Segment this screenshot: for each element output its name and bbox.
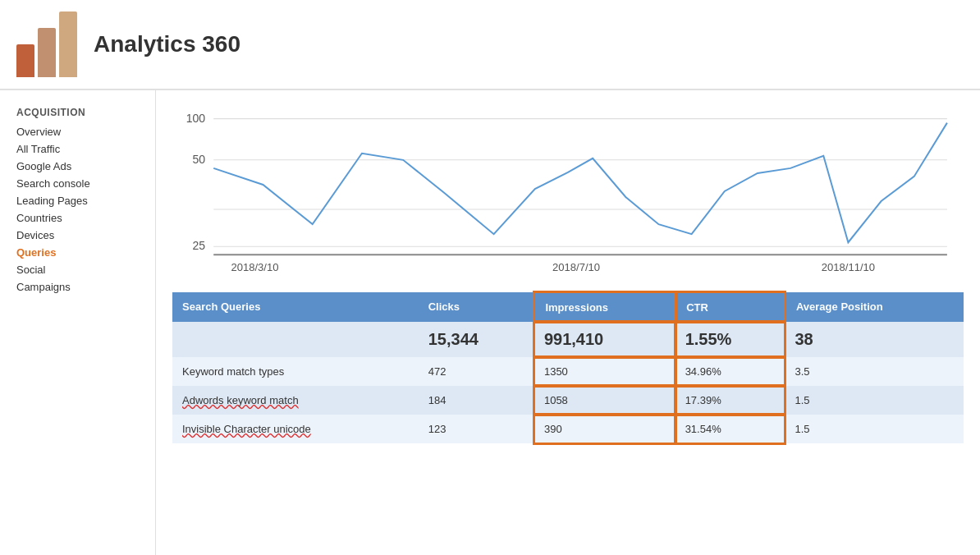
- line-chart: 100 50 25 2018/3/10 2018/7/10 2018/11/10: [172, 99, 964, 287]
- app-title: Analytics 360: [94, 31, 240, 57]
- summary-query: [172, 322, 419, 357]
- cell-query: Adwords keyword match: [172, 386, 419, 415]
- logo-bar: [16, 44, 34, 77]
- table-row: Adwords keyword match184105817.39%1.5: [172, 386, 964, 415]
- svg-text:2018/11/10: 2018/11/10: [822, 261, 875, 273]
- data-table: Search QueriesClicksImpressionsCTRAverag…: [172, 291, 964, 443]
- summary-clicks: 15,344: [419, 322, 534, 357]
- cell-avg_position: 3.5: [785, 357, 964, 386]
- cell-impressions: 1058: [534, 386, 675, 415]
- header: Analytics 360: [0, 0, 980, 90]
- summary-row: 15,344991,4101.55%38: [172, 322, 964, 357]
- sidebar-item-overview[interactable]: Overview: [16, 123, 147, 140]
- sidebar-item-devices[interactable]: Devices: [16, 227, 147, 244]
- sidebar: ACQUISITION OverviewAll TrafficGoogle Ad…: [0, 90, 156, 555]
- cell-clicks: 184: [419, 386, 534, 415]
- cell-query: Keyword match types: [172, 357, 419, 386]
- svg-text:50: 50: [193, 153, 206, 166]
- sidebar-item-leading-pages[interactable]: Leading Pages: [16, 192, 147, 209]
- cell-ctr: 31.54%: [675, 415, 785, 443]
- sidebar-items: OverviewAll TrafficGoogle AdsSearch cons…: [16, 123, 147, 296]
- sidebar-item-all-traffic[interactable]: All Traffic: [16, 140, 147, 158]
- col-header-clicks: Clicks: [419, 292, 534, 323]
- sidebar-section: ACQUISITION: [16, 107, 147, 118]
- svg-text:25: 25: [193, 239, 206, 252]
- col-header-average-position: Average Position: [785, 292, 964, 323]
- col-header-search-queries: Search Queries: [172, 292, 419, 323]
- sidebar-item-social[interactable]: Social: [16, 261, 147, 278]
- chart-container: 100 50 25 2018/3/10 2018/7/10 2018/11/10: [172, 99, 964, 287]
- table-header: Search QueriesClicksImpressionsCTRAverag…: [172, 292, 964, 323]
- cell-clicks: 123: [419, 415, 534, 443]
- svg-text:100: 100: [186, 112, 206, 125]
- summary-ctr: 1.55%: [675, 322, 785, 357]
- logo: [16, 11, 77, 77]
- col-header-ctr: CTR: [675, 292, 785, 323]
- table-row: Keyword match types472135034.96%3.5: [172, 357, 964, 386]
- cell-ctr: 17.39%: [675, 386, 785, 415]
- cell-clicks: 472: [419, 357, 534, 386]
- sidebar-item-campaigns[interactable]: Campaigns: [16, 278, 147, 296]
- table-row: Invisible Character unicode12339031.54%1…: [172, 415, 964, 443]
- sidebar-item-queries[interactable]: Queries: [16, 244, 147, 261]
- svg-text:2018/3/10: 2018/3/10: [231, 261, 278, 273]
- sidebar-item-google-ads[interactable]: Google Ads: [16, 158, 147, 175]
- cell-ctr: 34.96%: [675, 357, 785, 386]
- summary-impressions: 991,410: [534, 322, 675, 357]
- logo-bar: [38, 28, 56, 77]
- table-header-row: Search QueriesClicksImpressionsCTRAverag…: [172, 292, 964, 323]
- svg-text:2018/7/10: 2018/7/10: [552, 261, 600, 273]
- logo-bar: [59, 11, 77, 77]
- cell-impressions: 1350: [534, 357, 675, 386]
- cell-avg_position: 1.5: [785, 386, 964, 415]
- layout: ACQUISITION OverviewAll TrafficGoogle Ad…: [0, 90, 980, 555]
- summary-avg_position: 38: [785, 322, 964, 357]
- sidebar-item-search-console[interactable]: Search console: [16, 175, 147, 192]
- table-body: 15,344991,4101.55%38Keyword match types4…: [172, 322, 964, 443]
- sidebar-item-countries[interactable]: Countries: [16, 209, 147, 227]
- cell-query: Invisible Character unicode: [172, 415, 419, 443]
- main-content: 100 50 25 2018/3/10 2018/7/10 2018/11/10…: [156, 90, 980, 555]
- cell-avg_position: 1.5: [785, 415, 964, 443]
- cell-impressions: 390: [534, 415, 675, 443]
- col-header-impressions: Impressions: [534, 292, 675, 323]
